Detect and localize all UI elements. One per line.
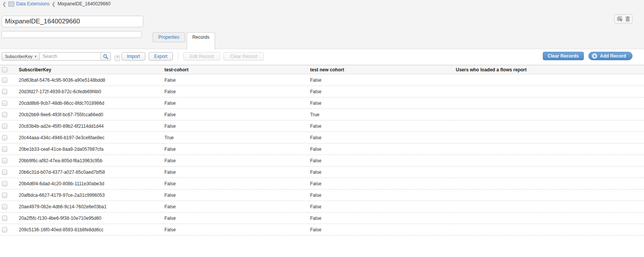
cell-flows-report xyxy=(454,120,644,132)
row-checkbox[interactable] xyxy=(2,227,7,232)
cell-subscriber-key: 20b4d6f4-6dad-4c20-808b-1111e30abe3d xyxy=(17,178,163,189)
table-row[interactable]: 20cdd8b8-9cb7-48db-86cc-8fdc7018986d Fal… xyxy=(0,97,644,109)
row-checkbox[interactable] xyxy=(2,193,7,198)
cell-test-new-cohort: False xyxy=(309,201,454,213)
breadcrumb: ❮ Data Extensions ❮ MixpanelDE_164002966… xyxy=(2,1,110,7)
cell-subscriber-key: 20ae4979-082e-4db6-9c14-7602e6e03ba1 xyxy=(17,201,163,213)
cell-flows-report xyxy=(454,86,644,97)
table-row[interactable]: 20bb9f6c-af82-47ea-805d-f6a13963c95b Fal… xyxy=(0,155,644,166)
cell-test-new-cohort: False xyxy=(309,224,454,236)
search-field-dropdown[interactable]: SubscriberKey ▾ xyxy=(2,52,40,61)
cell-subscriber-key: 20bb9f6c-af82-47ea-805d-f6a13963c95b xyxy=(17,155,163,166)
column-header-flows-report[interactable]: Users who loaded a flows report xyxy=(454,65,644,74)
cell-test-new-cohort: False xyxy=(309,155,454,166)
extension-description-input[interactable] xyxy=(2,31,142,38)
data-extension-grid-icon xyxy=(8,2,14,7)
cell-flows-report xyxy=(454,224,644,236)
row-checkbox[interactable] xyxy=(2,112,7,117)
table-row[interactable]: 20d63baf-5476-4c95-9036-a90e5148bdd8 Fal… xyxy=(0,74,644,86)
help-button[interactable]: ? xyxy=(115,56,120,61)
row-checkbox[interactable] xyxy=(2,124,7,129)
clear-records-button[interactable]: Clear Records xyxy=(543,52,584,60)
column-header-test-cohort[interactable]: test-cohort xyxy=(163,65,309,74)
search-box xyxy=(40,52,111,61)
bulk-action-buttons: Clear Records + Add Record xyxy=(543,52,632,60)
copy-icon[interactable] xyxy=(617,16,623,21)
trash-icon[interactable] xyxy=(625,16,630,21)
cell-test-new-cohort: False xyxy=(309,97,454,109)
table-row[interactable]: 20b4d6f4-6dad-4c20-808b-1111e30abe3d Fal… xyxy=(0,178,644,189)
cell-test-new-cohort: True xyxy=(309,109,454,120)
cell-subscriber-key: 20cb2bb9-9ee6-493f-bc67-755fcca66ed0 xyxy=(17,109,163,120)
extension-name-input[interactable] xyxy=(2,16,143,27)
column-header-test-new-cohort[interactable]: test new cohort xyxy=(309,65,454,74)
cell-subscriber-key: 20cdd8b8-9cb7-48db-86cc-8fdc7018986d xyxy=(17,97,163,109)
edit-record-button[interactable]: Edit Record xyxy=(183,52,220,61)
cell-flows-report xyxy=(454,178,644,189)
cell-flows-report xyxy=(454,97,644,109)
search-input[interactable] xyxy=(40,53,100,60)
table-row[interactable]: 20b6c31d-b07d-4377-a027-85c0aed7bf58 Fal… xyxy=(0,166,644,178)
table-header-row: SubscriberKey test-cohort test new cohor… xyxy=(0,65,644,74)
back-chevron-icon[interactable]: ❮ xyxy=(2,2,7,7)
cell-subscriber-key: 20d3fd27-172f-4939-b72c-6cfedb69f4b0 xyxy=(17,86,163,97)
table-row[interactable]: 20a2f5fc-f130-4be6-9f38-10e710e95d60 Fal… xyxy=(0,213,644,224)
table-row[interactable]: 20c44aaa-434c-4946-b197-3e3ce6fae8ec Tru… xyxy=(0,132,644,143)
row-checkbox[interactable] xyxy=(2,204,7,209)
cell-test-cohort: False xyxy=(163,120,309,132)
column-header-subscriberkey[interactable]: SubscriberKey xyxy=(17,65,163,74)
table-row[interactable]: 20be1b33-ceaf-41ce-8aa9-2da057887cfa Fal… xyxy=(0,143,644,155)
cell-test-cohort: False xyxy=(163,224,309,236)
cell-flows-report xyxy=(454,74,644,86)
table-row[interactable]: 209c5136-16f0-40ed-8593-81b8fe8dd6cc Fal… xyxy=(0,224,644,236)
cell-flows-report xyxy=(454,143,644,155)
row-checkbox[interactable] xyxy=(2,135,7,140)
tab-records[interactable]: Records xyxy=(187,32,215,49)
export-button[interactable]: Export xyxy=(149,52,173,61)
row-checkbox[interactable] xyxy=(2,100,7,106)
cell-subscriber-key: 20be1b33-ceaf-41ce-8aa9-2da057887cfa xyxy=(17,143,163,155)
cell-test-cohort: False xyxy=(163,155,309,166)
clear-record-button[interactable]: Clear Record xyxy=(223,52,264,61)
row-checkbox[interactable] xyxy=(2,170,7,175)
row-checkbox[interactable] xyxy=(2,147,7,152)
cell-subscriber-key: 20d63baf-5476-4c95-9036-a90e5148bdd8 xyxy=(17,74,163,86)
table-row[interactable]: 20af6dca-6627-4179-97ce-2a31c9996053 Fal… xyxy=(0,189,644,201)
cell-subscriber-key: 209c5136-16f0-40ed-8593-81b8fe8dd6cc xyxy=(17,224,163,236)
breadcrumb-current-item: MixpanelDE_1640029660 xyxy=(58,1,110,7)
row-checkbox[interactable] xyxy=(2,216,7,221)
cell-test-new-cohort: False xyxy=(309,213,454,224)
records-table: SubscriberKey test-cohort test new cohor… xyxy=(0,65,644,236)
table-row[interactable]: 20cb2bb9-9ee6-493f-bc67-755fcca66ed0 Fal… xyxy=(0,109,644,120)
row-checkbox[interactable] xyxy=(2,158,7,163)
tab-properties[interactable]: Properties xyxy=(153,32,185,42)
cell-test-new-cohort: False xyxy=(309,166,454,178)
row-checkbox[interactable] xyxy=(2,77,7,83)
search-icon xyxy=(103,54,108,59)
select-all-checkbox[interactable] xyxy=(2,67,7,72)
page-header: ❮ Data Extensions ❮ MixpanelDE_164002966… xyxy=(0,0,644,49)
table-row[interactable]: 20c83b4b-ad2e-45f0-89b2-6f2114dd1d44 Fal… xyxy=(0,120,644,132)
add-record-label: Add Record xyxy=(600,53,626,59)
row-checkbox[interactable] xyxy=(2,181,7,186)
table-row[interactable]: 20d3fd27-172f-4939-b72c-6cfedb69f4b0 Fal… xyxy=(0,86,644,97)
cell-test-new-cohort: False xyxy=(309,132,454,143)
chevron-down-icon: ▾ xyxy=(35,54,37,58)
cell-test-cohort: False xyxy=(163,97,309,109)
cell-test-cohort: False xyxy=(163,189,309,201)
breadcrumb-data-extensions-link[interactable]: Data Extensions xyxy=(16,1,49,7)
row-checkbox[interactable] xyxy=(2,89,7,94)
cell-flows-report xyxy=(454,189,644,201)
search-button[interactable] xyxy=(100,53,110,60)
cell-subscriber-key: 20a2f5fc-f130-4be6-9f38-10e710e95d60 xyxy=(17,213,163,224)
table-row[interactable]: 20ae4979-082e-4db6-9c14-7602e6e03ba1 Fal… xyxy=(0,201,644,213)
import-button[interactable]: Import xyxy=(122,52,145,61)
add-record-button[interactable]: + Add Record xyxy=(588,52,632,60)
search-field-dropdown-label: SubscriberKey xyxy=(5,54,33,59)
cell-test-cohort: False xyxy=(163,74,309,86)
cell-test-new-cohort: False xyxy=(309,178,454,189)
breadcrumb-separator-icon: ❮ xyxy=(51,2,56,7)
cell-subscriber-key: 20c83b4b-ad2e-45f0-89b2-6f2114dd1d44 xyxy=(17,120,163,132)
cell-test-new-cohort: False xyxy=(309,86,454,97)
cell-flows-report xyxy=(454,132,644,143)
